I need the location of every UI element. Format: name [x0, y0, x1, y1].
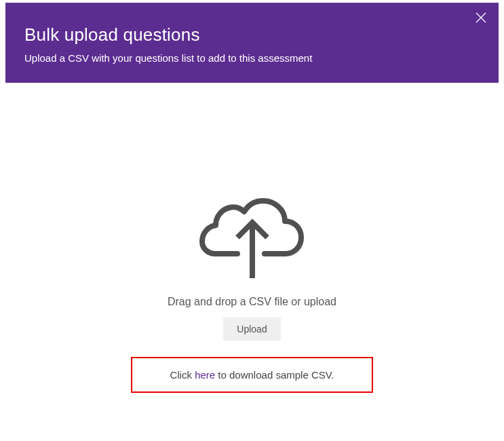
download-sample-link[interactable]: here [195, 369, 215, 381]
content-area: Drag and drop a CSV file or upload Uploa… [0, 83, 504, 393]
download-sample-box: Click here to download sample CSV. [131, 357, 372, 393]
drop-instruction: Drag and drop a CSV file or upload [168, 296, 336, 308]
upload-button[interactable]: Upload [223, 318, 280, 341]
download-text-prefix: Click [170, 369, 195, 381]
close-icon [476, 12, 486, 26]
dialog-title: Bulk upload questions [24, 24, 480, 45]
dialog-subtitle: Upload a CSV with your questions list to… [24, 52, 480, 64]
dialog-header: Bulk upload questions Upload a CSV with … [5, 3, 499, 83]
cloud-upload-icon [198, 198, 307, 286]
close-button[interactable] [473, 11, 489, 27]
download-text-suffix: to download sample CSV. [215, 369, 334, 381]
